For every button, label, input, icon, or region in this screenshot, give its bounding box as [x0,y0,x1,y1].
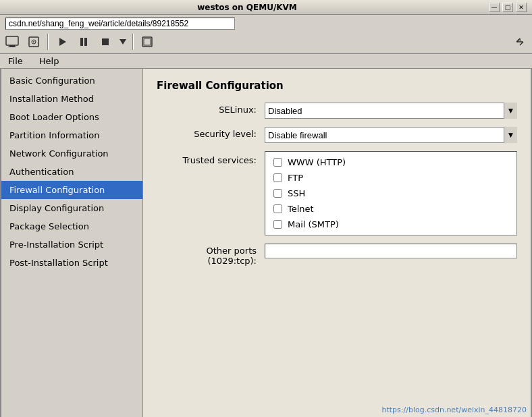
media-button[interactable] [24,32,43,51]
trusted-services-control: WWW (HTTP) FTP SSH Telnet [265,151,517,235]
resize-icon [514,36,526,48]
dropdown-button[interactable] [117,32,128,51]
toolbar-separator-1 [47,34,49,50]
minimize-button[interactable]: — [489,3,500,12]
content-area: Firewall Configuration SELinux: Disabled… [143,69,531,417]
page-title: Firewall Configuration [157,80,517,92]
service-smtp-checkbox[interactable] [273,220,282,229]
play-icon [57,37,67,47]
play-button[interactable] [53,32,72,51]
sidebar-item-boot-loader-options[interactable]: Boot Loader Options [1,108,142,126]
service-www-checkbox[interactable] [273,158,282,167]
sidebar-item-partition-information[interactable]: Partition Information [1,126,142,144]
sidebar-item-post-installation-script[interactable]: Post-Installation Script [1,254,142,272]
selinux-control: Disabled Enforcing Permissive ▼ [265,103,517,119]
title-bar-text: westos on QEMU/KVM [5,3,489,12]
svg-marker-10 [119,39,126,45]
trusted-services-group: WWW (HTTP) FTP SSH Telnet [265,151,517,235]
menu-bar: File Help [0,54,532,69]
sidebar-item-display-configuration[interactable]: Display Configuration [1,199,142,217]
svg-point-5 [33,41,34,43]
title-bar: westos on QEMU/KVM — □ ✕ [0,0,532,15]
stop-icon [101,37,110,47]
service-ftp-row: FTP [273,173,508,183]
dropdown-arrow-icon [119,39,126,45]
svg-rect-1 [9,45,15,47]
media-icon [28,36,40,48]
service-ftp-checkbox[interactable] [273,173,282,182]
security-level-row: Security level: Disable firewall Enabled… [157,127,517,143]
title-bar-controls: — □ ✕ [489,3,527,12]
main-window: Basic Configuration Installation Method … [0,69,532,417]
toolbar [0,30,532,54]
trusted-services-row: Trusted services: WWW (HTTP) FTP SSH [157,151,517,235]
selinux-label: SELinux: [157,103,265,115]
service-ftp-label: FTP [288,173,303,183]
security-level-select-wrapper: Disable firewall Enabled Custom ▼ [265,127,517,143]
service-smtp-row: Mail (SMTP) [273,219,508,229]
service-ssh-checkbox[interactable] [273,189,282,198]
service-smtp-label: Mail (SMTP) [288,219,339,229]
security-level-control: Disable firewall Enabled Custom ▼ [265,127,517,143]
service-telnet-label: Telnet [288,204,314,214]
svg-marker-6 [59,38,66,46]
menu-file[interactable]: File [3,55,28,67]
sidebar: Basic Configuration Installation Method … [1,69,143,417]
other-ports-control [265,244,517,258]
maximize-button[interactable]: □ [502,3,513,12]
other-ports-row: Other ports (1029:tcp): [157,244,517,266]
service-www-label: WWW (HTTP) [288,157,346,167]
security-level-select[interactable]: Disable firewall Enabled Custom [265,127,517,143]
svg-rect-7 [80,38,83,46]
resize-button[interactable] [510,32,529,51]
close-button[interactable]: ✕ [516,3,527,12]
stop-button[interactable] [96,32,115,51]
sidebar-item-network-configuration[interactable]: Network Configuration [1,144,142,163]
sidebar-item-basic-configuration[interactable]: Basic Configuration [1,72,142,90]
svg-rect-9 [102,38,109,45]
security-level-label: Security level: [157,127,265,139]
sidebar-item-authentication[interactable]: Authentication [1,163,142,181]
sidebar-item-pre-installation-script[interactable]: Pre-Installation Script [1,235,142,254]
service-ssh-label: SSH [288,188,305,198]
selinux-select-wrapper: Disabled Enforcing Permissive ▼ [265,103,517,119]
url-bar[interactable] [5,18,235,30]
monitor-button[interactable] [3,32,22,51]
menu-help[interactable]: Help [34,55,65,67]
service-www-row: WWW (HTTP) [273,157,508,167]
svg-rect-12 [144,38,151,45]
svg-rect-2 [8,47,16,47]
fullscreen-icon [141,36,153,48]
monitor-icon [5,36,19,48]
fullscreen-button[interactable] [138,32,157,51]
svg-rect-8 [84,38,87,46]
trusted-services-label: Trusted services: [157,151,265,165]
pause-icon [79,37,88,47]
sidebar-item-installation-method[interactable]: Installation Method [1,90,142,108]
other-ports-label: Other ports (1029:tcp): [157,244,265,266]
other-ports-input[interactable] [265,244,517,258]
sidebar-item-package-selection[interactable]: Package Selection [1,217,142,235]
toolbar-separator-2 [132,34,134,50]
pause-button[interactable] [74,32,93,51]
service-telnet-row: Telnet [273,204,508,214]
selinux-row: SELinux: Disabled Enforcing Permissive ▼ [157,103,517,119]
sidebar-item-firewall-configuration[interactable]: Firewall Configuration [1,181,142,199]
selinux-select[interactable]: Disabled Enforcing Permissive [265,103,517,119]
service-ssh-row: SSH [273,188,508,198]
service-telnet-checkbox[interactable] [273,204,282,213]
svg-rect-0 [6,36,18,45]
